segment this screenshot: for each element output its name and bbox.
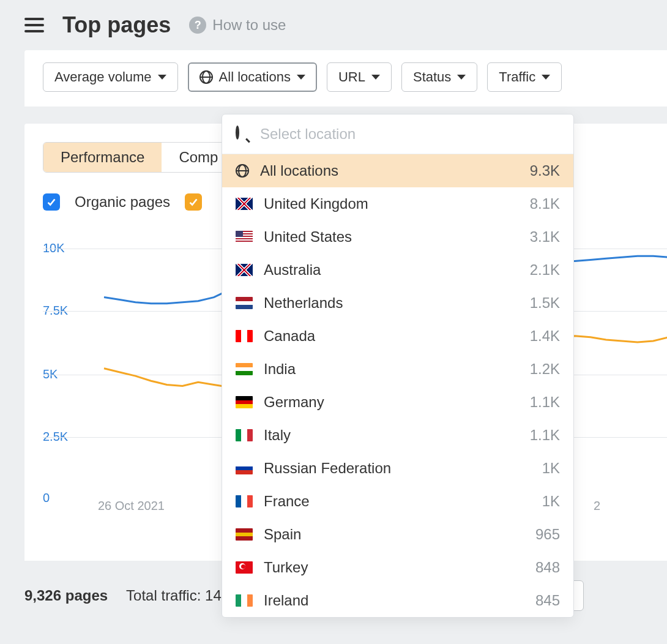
filters-panel: Average volume All locations URL Status … [24,50,667,107]
location-option-label: Russian Federation [264,460,531,477]
location-option[interactable]: Turkey848 [222,551,573,584]
location-option-count: 1.2K [530,361,560,378]
location-search-row [222,114,573,154]
location-option[interactable]: Ireland845 [222,584,573,617]
location-option[interactable]: Italy1.1K [222,419,573,452]
location-option-label: All locations [260,162,519,179]
location-option-count: 1.4K [530,328,560,345]
location-option-label: United States [264,228,519,245]
location-option[interactable]: Australia2.1K [222,253,573,286]
traffic-filter[interactable]: Traffic [487,62,562,92]
y-tick: 0 [43,491,50,505]
flag-icon [236,462,253,474]
location-option-label: India [264,361,519,378]
location-option-label: France [264,493,531,510]
location-option[interactable]: United Kingdom8.1K [222,187,573,220]
chevron-down-icon [297,75,305,80]
volume-filter-label: Average volume [54,69,152,85]
flag-icon [236,264,253,276]
flag-icon [236,495,253,507]
flag-icon [236,198,253,210]
location-option-count: 1K [542,493,560,510]
location-option[interactable]: France1K [222,485,573,518]
chevron-down-icon [371,75,380,80]
location-option[interactable]: India1.2K [222,353,573,386]
chevron-down-icon [457,75,466,80]
flag-icon [236,396,253,408]
organic-pages-label: Organic pages [75,193,170,211]
flag-icon [236,528,253,541]
location-option-label: Spain [264,526,524,543]
menu-icon[interactable] [24,18,44,32]
location-option-label: Netherlands [264,294,519,312]
flag-icon [236,594,253,607]
url-filter-label: URL [338,69,365,85]
location-option-count: 1.1K [530,394,560,411]
flag-icon [236,561,253,574]
location-option-label: United Kingdom [264,195,519,212]
globe-icon [236,164,249,178]
status-filter[interactable]: Status [401,62,477,92]
view-tabs: Performance Comp [43,142,236,173]
location-option-count: 1K [542,460,560,477]
location-option-label: Canada [264,328,519,345]
location-option[interactable]: Canada1.4K [222,320,573,353]
location-filter-label: All locations [219,69,291,85]
location-option-count: 845 [535,592,560,609]
flag-icon [236,297,253,309]
help-icon: ? [189,17,206,34]
location-option-all[interactable]: All locations 9.3K [222,154,573,187]
location-option[interactable]: Spain965 [222,518,573,551]
location-option-label: Germany [264,394,519,411]
search-icon [236,127,249,141]
location-option[interactable]: Netherlands1.5K [222,286,573,320]
traffic-filter-label: Traffic [499,69,535,85]
series2-checkbox[interactable] [185,193,202,211]
location-option[interactable]: Germany1.1K [222,386,573,419]
page-title: Top pages [62,12,171,38]
how-to-use-link[interactable]: ? How to use [189,17,286,34]
location-option-count: 1.5K [530,294,560,312]
location-option-count: 965 [535,526,560,543]
location-option-count: 8.1K [530,195,560,212]
volume-filter[interactable]: Average volume [43,62,178,92]
location-option[interactable]: Russian Federation1K [222,452,573,485]
pages-count: 9,326 pages [24,587,108,604]
location-option-count: 9.3K [530,162,560,179]
location-option-count: 848 [535,559,560,576]
location-option-count: 3.1K [530,228,560,245]
location-option-label: Turkey [264,559,524,576]
status-filter-label: Status [413,69,451,85]
flag-icon [236,363,253,375]
how-to-use-label: How to use [212,17,286,34]
location-dropdown: All locations 9.3K United Kingdom8.1KUni… [222,114,574,618]
location-option-label: Australia [264,261,519,279]
url-filter[interactable]: URL [327,62,392,92]
organic-pages-checkbox[interactable] [43,193,60,211]
flag-icon [236,231,253,243]
location-option-label: Italy [264,427,519,444]
chevron-down-icon [542,75,550,80]
chevron-down-icon [158,75,166,80]
flag-icon [236,330,253,342]
location-option-label: Ireland [264,592,524,609]
globe-icon [199,70,213,84]
tab-performance[interactable]: Performance [43,143,162,172]
location-option-count: 1.1K [530,427,560,444]
location-search-input[interactable] [260,125,560,143]
location-option[interactable]: United States3.1K [222,220,573,253]
flag-icon [236,429,253,441]
location-option-count: 2.1K [530,261,560,279]
location-filter[interactable]: All locations [188,62,317,92]
